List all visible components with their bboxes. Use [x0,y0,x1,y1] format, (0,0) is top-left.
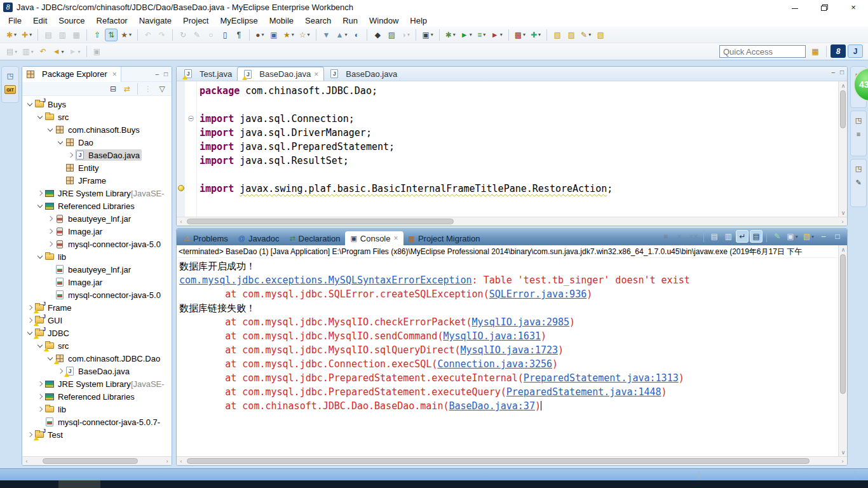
menu-help[interactable]: Help [404,15,433,27]
menu-file[interactable]: File [3,15,27,27]
scroll-down-icon[interactable]: ∨ [839,208,848,217]
warning-bulb-icon[interactable] [178,185,184,191]
remove-launch-button[interactable]: × [673,230,686,243]
clear-console-button[interactable]: ▤ [708,230,721,243]
close-button[interactable]: × [839,0,868,14]
open-folder-button[interactable]: ▨ [565,29,578,41]
show-whitespace-button[interactable]: ¶ [233,29,245,41]
new-wizard-2-button[interactable]: ☆▾ [297,29,312,41]
menu-myeclipse[interactable]: MyEclipse [214,15,263,27]
expand-chevron[interactable] [46,227,55,235]
display-selected-console-button[interactable]: ▣▾ [785,230,799,243]
dropdown-arrow-icon[interactable]: ▾ [538,32,541,37]
debug-button[interactable]: ✱▾ [444,29,458,41]
open-file-button[interactable]: ▧ [551,29,564,41]
minimize-view-icon[interactable]: – [155,71,159,78]
tree-item[interactable]: Dao [22,136,172,149]
undo-button[interactable]: ↶ [142,29,154,41]
tree-item[interactable]: Image.jar [22,276,172,288]
focus-on-active-task-button[interactable]: ⋮ [142,83,154,95]
dropdown-arrow-icon[interactable]: ▾ [29,32,32,37]
tree-item[interactable]: mysql-connector-java-5.0 [22,288,172,301]
dropdown-arrow-icon[interactable]: ▾ [292,32,294,37]
report-design-button[interactable]: ▨ [385,29,398,41]
expand-chevron[interactable] [46,126,55,133]
tree-item[interactable]: JTest [22,428,172,441]
dropdown-arrow-icon[interactable]: ▾ [470,32,472,37]
back-button[interactable]: ◄▾ [51,45,66,58]
tree-item[interactable]: com.chinasoft.JDBC.Dao [22,352,172,365]
scrollbar-thumb[interactable] [840,254,846,394]
dropdown-arrow-icon[interactable]: ▾ [262,32,264,37]
console-link[interactable]: MysqlIO.java:2985 [472,316,570,328]
pin-editor-button[interactable]: ▣ [91,45,104,58]
show-in-button[interactable]: ▥▾ [20,45,35,58]
jpa-tools-button[interactable]: ▣ [268,29,280,41]
redo-button[interactable]: ↷ [156,29,168,41]
save-all-button[interactable]: ▥ [56,29,69,41]
menu-edit[interactable]: Edit [27,15,53,27]
tree-item[interactable]: Referenced Libraries [22,200,172,212]
menu-source[interactable]: Source [53,15,90,27]
quick-access-input[interactable] [719,45,806,58]
tree-item[interactable]: JRE System Library [JavaSE- [22,187,172,200]
console-link[interactable]: PreparedStatement.java:1313 [524,372,679,384]
expand-chevron[interactable] [57,139,65,146]
scroll-right-icon[interactable]: › [163,457,172,465]
tree-item[interactable]: Image.jar [22,225,172,238]
console-link[interactable]: com.mysql.jdbc.exceptions.MySQLSyntaxErr… [179,274,472,286]
dropdown-arrow-icon[interactable]: ▾ [523,32,526,37]
scroll-down-icon[interactable]: ∨ [839,448,848,456]
code-area[interactable]: package com.chinasoft.JDBC.Dao;import ja… [197,81,613,217]
tree-item[interactable]: JFrame [22,301,172,314]
restore-view-icon[interactable]: ◳ [4,71,16,81]
scroll-up-icon[interactable]: ∧ [839,81,848,90]
dropdown-arrow-icon[interactable]: ▾ [811,234,814,240]
tree-item[interactable]: JBaseDao.java [22,365,172,377]
new-button[interactable]: ✱▾ [4,29,18,41]
menu-search[interactable]: Search [299,15,337,27]
save-button[interactable]: ▤ [42,29,55,41]
dropdown-arrow-icon[interactable]: ▾ [407,32,410,37]
tree-item[interactable]: lib [22,250,172,263]
web-browser-button[interactable]: ◐ [350,29,363,41]
scroll-up-icon[interactable]: ∧ [839,245,848,254]
console-link[interactable]: Connection.java:3256 [437,358,552,370]
minimize-button[interactable] [780,0,810,14]
refresh-button[interactable]: ↻ [177,29,189,41]
tab-problems[interactable]: ⚠Problems [179,231,233,245]
console-link[interactable]: MysqlIO.java:1631 [443,330,541,342]
run-on-server-button[interactable]: ◑▾ [399,29,412,41]
minimize-editor-icon[interactable]: – [831,69,835,76]
java-perspective-button[interactable]: J [848,44,863,58]
scroll-lock-button[interactable]: ▥ [722,230,735,243]
menu-navigate[interactable]: Navigate [133,15,177,27]
menu-project[interactable]: Project [177,15,214,27]
open-perspective-button[interactable]: ▦ [809,45,822,58]
menu-mobile[interactable]: Mobile [264,15,299,27]
tree-item[interactable]: JBuys [22,98,172,111]
tab-javadoc[interactable]: @Javadoc [233,231,285,245]
dropdown-arrow-icon[interactable]: ▾ [62,49,64,55]
run-history-button[interactable]: ≡▾ [475,29,488,41]
editor-tab-basedao-java[interactable]: JBaseDao.java× [237,67,324,81]
expand-chevron[interactable] [26,100,34,108]
menu-run[interactable]: Run [337,15,363,27]
run-snippet-button[interactable]: ▤▾ [4,45,19,58]
close-view-icon[interactable]: × [112,70,117,79]
tree-item[interactable]: JBaseDao.java [22,149,172,161]
tree-item[interactable]: mysql-connector-java-5.0.7- [22,416,172,428]
word-wrap-button[interactable]: ↵ [736,230,749,243]
external-tools-button[interactable]: ○ [205,29,217,41]
tree-item[interactable]: com.chinasoft.Buys [22,123,172,136]
close-tab-icon[interactable]: × [314,70,318,79]
console-link[interactable]: SQLError.java:936 [489,288,587,300]
dropdown-arrow-icon[interactable]: ▾ [31,49,34,55]
dropdown-arrow-icon[interactable]: ▾ [14,32,17,37]
scrollbar-thumb[interactable] [187,219,454,224]
collapse-region-icon[interactable] [188,116,194,121]
dropdown-arrow-icon[interactable]: ▾ [129,32,132,37]
show-console-on-output-button[interactable]: ▤ [750,230,763,243]
dropdown-arrow-icon[interactable]: ▾ [307,32,309,37]
new-wizard-button[interactable]: ✚▾ [20,29,34,41]
